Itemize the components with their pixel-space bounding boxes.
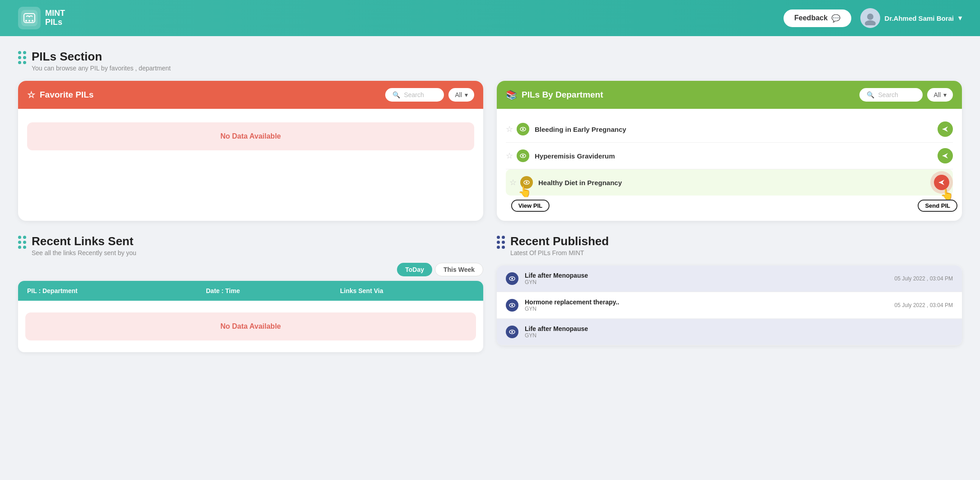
pub-item-1-info: Life after Menopause GYN <box>525 272 888 285</box>
dept-dropdown-label: All <box>933 91 941 98</box>
recent-links-title: Recent Links Sent <box>32 234 136 248</box>
fav-body: No Data Available <box>18 109 483 208</box>
cursor-hand-send-icon: 👆 <box>940 188 954 201</box>
avatar <box>860 8 880 28</box>
table-body: No Data Available <box>18 301 483 352</box>
send-btn-wrapper: 👆 <box>934 175 949 190</box>
pil-row-1: ☆ Bleeding in Early Pregnancy <box>506 116 953 143</box>
col-pil-dept: PIL : Department <box>27 287 206 294</box>
pil-row-2-send-button[interactable] <box>938 148 953 163</box>
svg-point-10 <box>522 155 524 157</box>
pil-row-3-icons: ☆ 👆 <box>509 176 533 189</box>
pub-item-1-title: Life after Menopause <box>525 272 888 279</box>
dept-title-label: PILs By Department <box>522 90 603 100</box>
pub-item-2-dept: GYN <box>525 306 888 312</box>
pil-row-1-star-icon[interactable]: ☆ <box>506 124 513 134</box>
dept-search-placeholder: Search <box>878 91 898 98</box>
pub-item-2-eye-icon[interactable] <box>506 299 518 312</box>
pub-item-1-dept: GYN <box>525 279 888 285</box>
logo-icon <box>18 7 41 29</box>
tab-this-week[interactable]: This Week <box>435 263 483 276</box>
pils-section-header: PILs Section You can browse any PIL by f… <box>18 50 962 72</box>
recent-links-header: Recent Links Sent See all the links Rece… <box>18 234 483 256</box>
fav-search-box[interactable]: 🔍 Search <box>385 88 444 102</box>
recent-links-section: Recent Links Sent See all the links Rece… <box>18 234 483 352</box>
recent-published-header: Recent Published Latest Of PILs From MIN… <box>497 234 962 256</box>
fav-no-data: No Data Available <box>27 122 474 150</box>
pub-item-1-date: 05 July 2022 , 03:04 PM <box>895 275 953 282</box>
recent-published-section: Recent Published Latest Of PILs From MIN… <box>497 234 962 352</box>
pil-row-2-icons: ☆ <box>506 149 529 162</box>
main-content: PILs Section You can browse any PIL by f… <box>0 36 980 366</box>
feedback-icon: 💬 <box>831 14 840 23</box>
pil-row-3-send-button[interactable] <box>934 175 949 190</box>
pil-row-3-eye-icon[interactable]: 👆 <box>520 176 533 189</box>
pils-section-title: PILs Section <box>32 50 171 64</box>
logo-text: MINT PILs <box>45 9 65 27</box>
svg-point-8 <box>522 128 524 130</box>
send-pil-tooltip[interactable]: Send PIL <box>918 200 957 212</box>
svg-point-2 <box>25 20 27 22</box>
col-date-time: Date : Time <box>206 287 340 294</box>
pub-item-1-eye-icon[interactable] <box>506 272 518 285</box>
pil-row-2-eye-icon[interactable] <box>517 149 529 162</box>
recent-links-subtitle: See all the links Recently sent by you <box>32 249 136 256</box>
user-area[interactable]: Dr.Ahmed Sami Borai ▾ <box>860 8 962 28</box>
dept-pils-card: 📚 PILs By Department 🔍 Search All ▾ <box>497 81 962 221</box>
pub-item-3-eye-icon[interactable] <box>506 326 518 338</box>
feedback-label: Feedback <box>794 14 828 22</box>
svg-point-5 <box>867 14 873 20</box>
svg-point-14 <box>511 278 513 280</box>
cursor-hand-view-icon: 👆 <box>518 185 532 198</box>
svg-point-6 <box>865 20 876 25</box>
dept-search-icon: 🔍 <box>867 91 874 98</box>
recent-pub-title: Recent Published <box>510 234 609 248</box>
fav-title: ☆ Favorite PILs <box>27 89 93 100</box>
view-pil-tooltip[interactable]: View PIL <box>511 200 550 212</box>
books-icon: 📚 <box>506 89 517 100</box>
pil-row-3-name: Healthy Diet in Pregnancy <box>538 179 929 186</box>
pub-item-2: Hormone replacement therapy.. GYN 05 Jul… <box>497 292 962 319</box>
recent-links-dots-icon <box>18 236 26 249</box>
fav-search-placeholder: Search <box>404 91 424 98</box>
dept-body: ☆ Bleeding in Early Pregnancy ☆ <box>497 109 962 221</box>
chevron-down-icon: ▾ <box>958 14 962 22</box>
pub-item-3-dept: GYN <box>525 332 947 339</box>
fav-chevron-icon: ▾ <box>465 91 468 98</box>
pil-row-1-icons: ☆ <box>506 123 529 135</box>
recent-links-table: PIL : Department Date : Time Links Sent … <box>18 281 483 352</box>
fav-dropdown-label: All <box>455 91 462 98</box>
header: MINT PILs Feedback 💬 Dr.Ahmed Sami Borai… <box>0 0 980 36</box>
pub-item-1: Life after Menopause GYN 05 July 2022 , … <box>497 266 962 292</box>
pil-row-2: ☆ Hyperemisis Graviderum <box>506 143 953 169</box>
pub-item-3-info: Life after Menopause GYN <box>525 325 947 339</box>
recent-links-no-data: No Data Available <box>25 312 476 340</box>
dept-header: 📚 PILs By Department 🔍 Search All ▾ <box>497 81 962 109</box>
svg-point-12 <box>526 182 527 183</box>
pils-section-text: PILs Section You can browse any PIL by f… <box>32 50 171 72</box>
logo-area: MINT PILs <box>18 7 65 29</box>
pil-row-1-send-button[interactable] <box>938 121 953 137</box>
recent-pub-card: Life after Menopause GYN 05 July 2022 , … <box>497 266 962 345</box>
svg-point-3 <box>28 20 30 22</box>
tab-today[interactable]: ToDay <box>397 263 432 276</box>
pils-columns: ☆ Favorite PILs 🔍 Search All ▾ No Data A… <box>18 81 962 221</box>
pil-row-2-star-icon[interactable]: ☆ <box>506 151 513 161</box>
svg-point-18 <box>511 331 513 333</box>
svg-point-4 <box>32 20 33 22</box>
pil-row-2-name: Hyperemisis Graviderum <box>535 152 932 160</box>
pil-row-3-star-icon[interactable]: ☆ <box>509 177 517 187</box>
pub-item-3-title: Life after Menopause <box>525 325 947 332</box>
dept-dropdown[interactable]: All ▾ <box>927 88 953 102</box>
pub-item-2-title: Hormone replacement therapy.. <box>525 298 888 306</box>
fav-dropdown[interactable]: All ▾ <box>448 88 474 102</box>
user-name: Dr.Ahmed Sami Borai <box>885 14 954 22</box>
pub-item-3: Life after Menopause GYN <box>497 319 962 345</box>
pil-row-1-name: Bleeding in Early Pregnancy <box>535 126 932 133</box>
fav-title-label: Favorite PILs <box>40 90 93 100</box>
pub-item-2-info: Hormone replacement therapy.. GYN <box>525 298 888 312</box>
feedback-button[interactable]: Feedback 💬 <box>784 9 851 27</box>
dept-search-box[interactable]: 🔍 Search <box>859 88 923 102</box>
pil-row-1-eye-icon[interactable] <box>517 123 529 135</box>
tab-row: ToDay This Week <box>18 263 483 276</box>
